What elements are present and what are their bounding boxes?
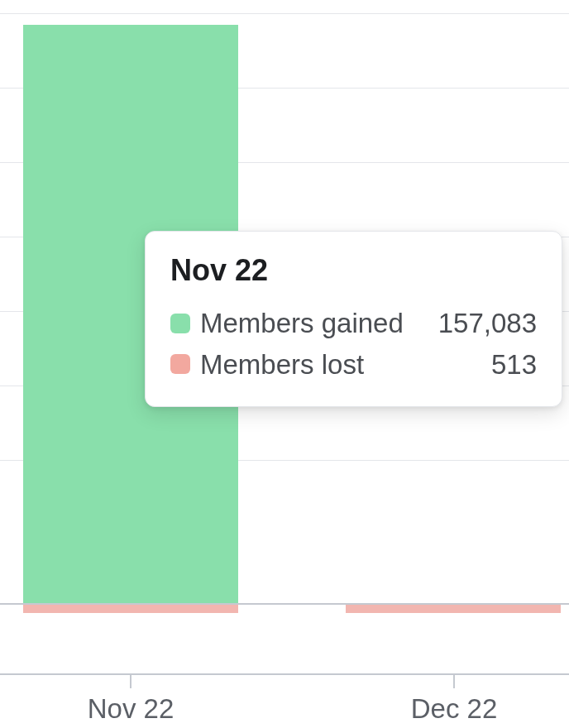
x-axis-label: Dec 22 (411, 693, 498, 725)
x-axis-line (0, 673, 569, 675)
chart-baseline (0, 603, 569, 605)
tooltip-value: 513 (491, 344, 537, 386)
swatch-lost-icon (170, 354, 190, 374)
chart-tooltip: Nov 22 Members gained 157,083 Members lo… (145, 231, 562, 407)
bar-members-lost-dec[interactable] (346, 605, 561, 613)
x-axis-tick (453, 673, 455, 688)
tooltip-label: Members lost (200, 344, 475, 386)
bar-members-lost-nov[interactable] (23, 605, 238, 613)
tooltip-row-gained: Members gained 157,083 (170, 303, 537, 344)
tooltip-row-lost: Members lost 513 (170, 344, 537, 386)
x-axis-tick (130, 673, 131, 688)
swatch-gained-icon (170, 314, 190, 333)
gridline (0, 13, 569, 14)
tooltip-value: 157,083 (438, 303, 537, 344)
tooltip-title: Nov 22 (170, 253, 537, 288)
x-axis-label: Nov 22 (88, 693, 175, 725)
tooltip-label: Members gained (200, 303, 422, 344)
